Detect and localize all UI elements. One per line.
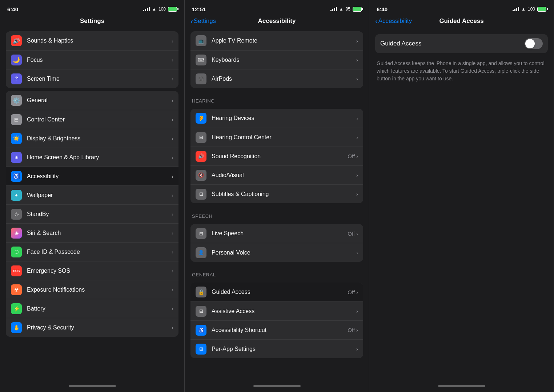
row-subtitles-captioning[interactable]: ⊡ Subtitles & Captioning › <box>190 184 363 203</box>
row-assistive-access[interactable]: ⊟ Assistive Access › <box>190 301 363 320</box>
keyboards-right: › <box>356 57 358 63</box>
live-speech-label: Live Speech <box>212 230 348 237</box>
row-privacy-security[interactable]: ✋ Privacy & Security › <box>6 318 178 337</box>
row-accessibility-shortcut[interactable]: ♿ Accessibility Shortcut Off › <box>190 320 363 339</box>
battery-row-icon: ⚡ <box>11 303 22 314</box>
standby-label: StandBy <box>27 211 172 217</box>
home-bar-3 <box>438 385 485 387</box>
panel-guided-access: 6:40 ▲ 100 ‹ Accessibility Guided Access… <box>369 0 554 392</box>
sound-recognition-icon: 🔊 <box>196 151 206 162</box>
row-focus[interactable]: 🌙 Focus › <box>6 50 178 69</box>
row-emergency-sos[interactable]: SOS Emergency SOS › <box>6 261 178 280</box>
page-title-2: Accessibility <box>258 17 296 25</box>
row-battery[interactable]: ⚡ Battery › <box>6 299 178 318</box>
nav-back-2[interactable]: ‹ Settings <box>190 17 216 25</box>
per-app-settings-right: › <box>356 346 358 352</box>
row-airpods[interactable]: 🎧 AirPods › <box>190 69 363 88</box>
guided-access-toggle[interactable] <box>525 38 543 49</box>
control-center-right: › <box>172 116 173 123</box>
guided-access-toggle-group: Guided Access <box>375 34 548 53</box>
row-wallpaper[interactable]: ✦ Wallpaper › <box>6 185 178 204</box>
row-exposure[interactable]: ☢ Exposure Notifications › <box>6 280 178 299</box>
battery-label: Battery <box>27 305 172 312</box>
nav-bar-2: ‹ Settings Accessibility <box>185 16 369 28</box>
hearing-devices-label: Hearing Devices <box>212 115 356 121</box>
standby-icon: ◎ <box>11 209 22 220</box>
assistive-access-icon: ⊟ <box>196 306 206 317</box>
row-guided-access[interactable]: 🔒 Guided Access Off › <box>190 283 363 301</box>
row-personal-voice[interactable]: 👤 Personal Voice › <box>190 243 363 262</box>
hearing-devices-icon: 👂 <box>196 113 206 124</box>
speech-section-header: SPEECH <box>185 206 369 221</box>
home-indicator-1 <box>0 380 184 392</box>
home-indicator-3 <box>369 380 554 392</box>
guided-access-toggle-row[interactable]: Guided Access <box>375 34 548 53</box>
row-siri-search[interactable]: ◉ Siri & Search › <box>6 223 178 242</box>
emergency-sos-label: Emergency SOS <box>27 268 172 274</box>
signal-icon-2 <box>330 7 337 11</box>
general-icon: ⚙️ <box>11 95 22 106</box>
settings-list: 🔊 Sounds & Haptics › 🌙 Focus › ⏱ Screen … <box>0 28 184 380</box>
toggle-thumb <box>525 39 535 48</box>
subtitles-captioning-icon: ⊡ <box>196 189 206 200</box>
row-accessibility[interactable]: ♿ Accessibility › <box>6 167 178 185</box>
row-keyboards[interactable]: ⌨ Keyboards › <box>190 50 363 69</box>
assistive-access-right: › <box>356 308 358 314</box>
status-time-3: 6:40 <box>377 6 388 12</box>
screen-time-icon: ⏱ <box>11 73 22 84</box>
general-section-header: GENERAL <box>185 265 369 280</box>
row-standby[interactable]: ◎ StandBy › <box>6 204 178 223</box>
hearing-control-center-right: › <box>356 134 358 140</box>
audio-visual-right: › <box>356 172 358 178</box>
row-sound-recognition[interactable]: 🔊 Sound Recognition Off › <box>190 147 363 165</box>
accessibility-icon: ♿ <box>11 171 22 182</box>
privacy-right: › <box>172 324 173 331</box>
back-chevron-3: ‹ <box>375 17 378 25</box>
row-home-screen[interactable]: ⊞ Home Screen & App Library › <box>6 148 178 167</box>
row-audio-visual[interactable]: 🔇 Audio/Visual › <box>190 165 363 184</box>
display-brightness-icon: ☀️ <box>11 133 22 144</box>
panel-accessibility: 12:51 ▲ 95 ‹ Settings Accessibility 📺 Ap… <box>185 0 369 392</box>
row-sounds-haptics[interactable]: 🔊 Sounds & Haptics › <box>6 31 178 50</box>
standby-right: › <box>172 211 173 217</box>
battery-label-2: 95 <box>346 7 350 12</box>
hearing-control-center-label: Hearing Control Center <box>212 134 356 141</box>
row-apple-tv-remote[interactable]: 📺 Apple TV Remote › <box>190 31 363 50</box>
wallpaper-right: › <box>172 192 173 198</box>
live-speech-right: Off › <box>348 231 358 237</box>
live-speech-icon: ⊟ <box>196 228 206 239</box>
row-screen-time[interactable]: ⏱ Screen Time › <box>6 69 178 88</box>
personal-voice-icon: 👤 <box>196 247 206 258</box>
apple-tv-remote-icon: 📺 <box>196 35 206 46</box>
row-face-id[interactable]: ⬡ Face ID & Passcode › <box>6 242 178 261</box>
page-title-1: Settings <box>80 17 104 25</box>
hearing-group: 👂 Hearing Devices › ⊟ Hearing Control Ce… <box>190 109 363 203</box>
nav-back-3[interactable]: ‹ Accessibility <box>375 17 412 25</box>
row-hearing-control-center[interactable]: ⊟ Hearing Control Center › <box>190 128 363 147</box>
privacy-icon: ✋ <box>11 322 22 333</box>
emergency-sos-icon: SOS <box>11 265 22 276</box>
row-live-speech[interactable]: ⊟ Live Speech Off › <box>190 224 363 243</box>
keyboards-icon: ⌨ <box>196 55 206 65</box>
guided-access-description: Guided Access keeps the iPhone in a sing… <box>369 56 554 90</box>
row-per-app-settings[interactable]: ⊞ Per-App Settings › <box>190 339 363 358</box>
wifi-icon-3: ▲ <box>521 7 526 12</box>
row-control-center[interactable]: ▤ Control Center › <box>6 110 178 129</box>
wallpaper-label: Wallpaper <box>27 192 172 199</box>
row-general[interactable]: ⚙️ General › <box>6 91 178 110</box>
home-screen-label: Home Screen & App Library <box>27 154 172 161</box>
sounds-haptics-icon: 🔊 <box>11 35 22 46</box>
accessibility-shortcut-right: Off › <box>348 327 358 333</box>
row-hearing-devices[interactable]: 👂 Hearing Devices › <box>190 109 363 128</box>
back-chevron-2: ‹ <box>190 17 193 25</box>
face-id-right: › <box>172 249 173 255</box>
home-bar-1 <box>69 385 116 387</box>
guided-access-label: Guided Access <box>212 289 348 295</box>
sound-recognition-label: Sound Recognition <box>212 153 348 160</box>
home-indicator-2 <box>185 380 369 392</box>
guided-access-right: Off › <box>348 289 358 295</box>
nav-bar-3: ‹ Accessibility Guided Access <box>369 16 554 28</box>
row-display-brightness[interactable]: ☀️ Display & Brightness › <box>6 129 178 148</box>
battery-label-3: 100 <box>528 7 535 12</box>
privacy-label: Privacy & Security <box>27 324 172 331</box>
